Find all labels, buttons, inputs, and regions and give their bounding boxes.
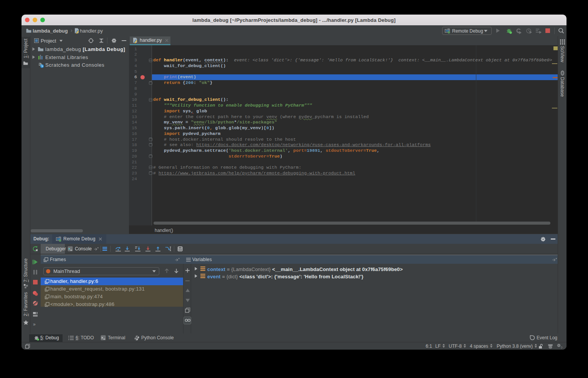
svg-text:?: ? — [561, 346, 563, 349]
